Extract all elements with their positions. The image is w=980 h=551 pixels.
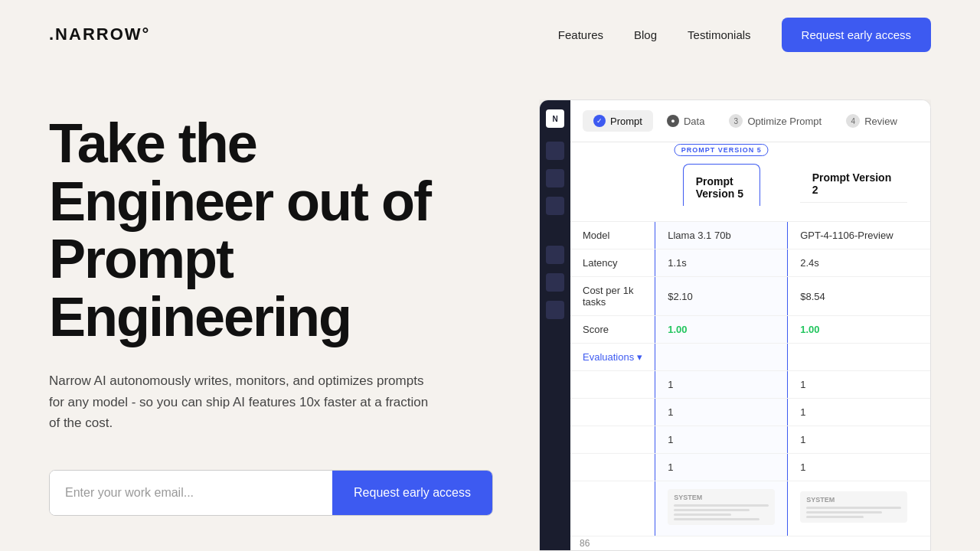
- eval3-label: [570, 426, 655, 454]
- eval2-label: [570, 399, 655, 426]
- row-number: 86: [580, 538, 590, 549]
- nav-link-features[interactable]: Features: [558, 28, 603, 41]
- table-row-evaluations: Evaluations ▾: [570, 344, 930, 371]
- table-row-eval3: 1 1 1: [570, 426, 930, 454]
- line-2: [674, 509, 750, 511]
- dot-icon: ●: [667, 115, 679, 127]
- v3-system: SYST: [920, 481, 930, 536]
- v5-system-label: SYSTEM: [674, 494, 769, 501]
- tab-data[interactable]: ● Data: [656, 110, 715, 132]
- nav-links: Features Blog Testimonials Request early…: [558, 18, 931, 52]
- tab-prompt-label: Prompt: [610, 116, 642, 127]
- v5-system: SYSTEM: [655, 481, 788, 536]
- nav-link-blog[interactable]: Blog: [634, 28, 657, 41]
- email-input[interactable]: [50, 471, 332, 515]
- dash-logo: N: [546, 109, 564, 128]
- table-header-empty: [570, 142, 655, 222]
- dashboard-preview: N ✓ Prompt ● Da: [539, 99, 931, 551]
- v2-system-box: SYSTEM: [800, 491, 907, 523]
- check-icon: ✓: [593, 115, 606, 127]
- comparison-table: Prompt Version 5 Prompt Version 5 Prompt…: [570, 142, 930, 536]
- hero-subtitle: Narrow AI autonomously writes, monitors,…: [49, 370, 432, 433]
- logo: .NARROW°: [49, 24, 150, 44]
- v5-cost: $2.10: [655, 277, 788, 316]
- nav-link-testimonials[interactable]: Testimonials: [688, 28, 751, 41]
- v2-header-label: Prompt Version 2: [800, 161, 908, 203]
- v3-cost: $6.11: [920, 277, 930, 316]
- eval1-label: [570, 371, 655, 399]
- v2-latency: 2.4s: [788, 249, 920, 277]
- tab-num-4: 4: [846, 114, 860, 128]
- v5-latency: 1.1s: [655, 249, 788, 277]
- v2-system-lines: [806, 507, 901, 518]
- line-3: [674, 514, 730, 516]
- v3-model: GPT-4: [920, 222, 930, 249]
- table-row-eval4: 1 1 0.95: [570, 454, 930, 481]
- v5-eval3: 1: [655, 426, 788, 454]
- v3-eval4: 0.95: [920, 454, 930, 481]
- row-label-cost: Cost per 1k tasks: [570, 277, 655, 316]
- table-row-cost: Cost per 1k tasks $2.10 $8.54 $6.11: [570, 277, 930, 316]
- main-content: Take the Engineer out of Prompt Engineer…: [0, 69, 980, 551]
- v3-eval2: 0.66: [920, 399, 930, 426]
- v2-score: 1.00: [788, 316, 920, 344]
- v5-model: Llama 3.1 70b: [655, 222, 788, 249]
- v2-score-value: 1.00: [800, 324, 819, 335]
- tab-num-3: 3: [729, 114, 743, 128]
- email-form: Request early access: [49, 470, 493, 516]
- form-cta-button[interactable]: Request early access: [332, 471, 492, 515]
- evaluations-link[interactable]: Evaluations ▾: [583, 351, 642, 363]
- table-row-latency: Latency 1.1s 2.4s 2.31s: [570, 249, 930, 277]
- tab-review-label: Review: [864, 116, 897, 127]
- table-header-v5: Prompt Version 5 Prompt Version 5: [655, 142, 788, 222]
- v3-latency: 2.31s: [920, 249, 930, 277]
- sidebar-icon-6: [546, 301, 564, 319]
- sidebar-icon-3: [546, 197, 564, 215]
- table-header-v3: Promp: [920, 142, 930, 222]
- v2-cost: $8.54: [788, 277, 920, 316]
- v5-eval1: 1: [655, 371, 788, 399]
- nav-cta-button[interactable]: Request early access: [782, 18, 931, 52]
- table-row-score: Score 1.00 1.00 0.72: [570, 316, 930, 344]
- row-label-evaluations: Evaluations ▾: [570, 344, 655, 371]
- table-header-v2: Prompt Version 2: [788, 142, 920, 222]
- v2-system-label: SYSTEM: [806, 496, 901, 504]
- eval-link-text: Evaluations: [583, 351, 634, 363]
- v5-system-box: SYSTEM: [668, 489, 775, 525]
- table-row-model: Model Llama 3.1 70b GPT-4-1106-Preview G…: [570, 222, 930, 249]
- v5-score: 1.00: [655, 316, 788, 344]
- dashboard-tabs: ✓ Prompt ● Data 3 Optimize Prompt 4 Revi…: [570, 100, 930, 142]
- v3-score: 0.72: [920, 316, 930, 344]
- v2-system: SYSTEM: [788, 481, 920, 536]
- v3-eval-header: [920, 344, 930, 371]
- row-label-latency: Latency: [570, 249, 655, 277]
- sidebar-icon-2: [546, 169, 564, 187]
- navbar: .NARROW° Features Blog Testimonials Requ…: [0, 0, 980, 69]
- line-2: [806, 511, 882, 514]
- v5-eval-header: [655, 344, 788, 371]
- tab-optimize[interactable]: 3 Optimize Prompt: [718, 109, 832, 132]
- tab-review[interactable]: 4 Review: [835, 109, 908, 132]
- sidebar-icon-4: [546, 246, 564, 264]
- table-row-eval1: 1 1 0.64: [570, 371, 930, 399]
- tab-prompt[interactable]: ✓ Prompt: [583, 110, 653, 132]
- hero-section: Take the Engineer out of Prompt Engineer…: [49, 99, 493, 516]
- v5-score-value: 1.00: [668, 324, 687, 335]
- line-3: [806, 516, 863, 518]
- table-row-system: SYSTEM: [570, 481, 930, 536]
- row-label-model: Model: [570, 222, 655, 249]
- chevron-down-icon: ▾: [637, 351, 642, 363]
- row-label-score: Score: [570, 316, 655, 344]
- system-label: [570, 481, 655, 536]
- line-1: [674, 504, 769, 507]
- dashboard-main: ✓ Prompt ● Data 3 Optimize Prompt 4 Revi…: [570, 100, 930, 550]
- v5-eval4: 1: [655, 454, 788, 481]
- v3-eval1: 0.64: [920, 371, 930, 399]
- dashboard-card: N ✓ Prompt ● Da: [539, 99, 931, 551]
- recommended-badge: Prompt Version 5: [675, 144, 769, 156]
- tab-optimize-label: Optimize Prompt: [747, 116, 822, 127]
- comparison-table-area: Prompt Version 5 Prompt Version 5 Prompt…: [570, 142, 930, 550]
- eval4-label: [570, 454, 655, 481]
- v3-eval3: 1: [920, 426, 930, 454]
- line-1: [806, 507, 901, 509]
